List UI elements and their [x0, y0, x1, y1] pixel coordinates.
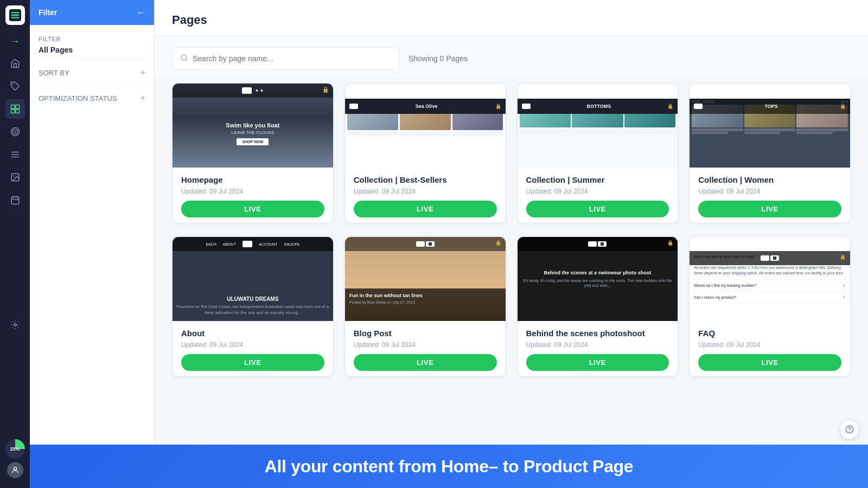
svg-point-23 — [849, 431, 850, 432]
svg-point-18 — [14, 323, 16, 326]
filter-section: FILTER All Pages — [30, 25, 154, 60]
svg-rect-14 — [11, 197, 19, 204]
card-updated-faq: Updated: 09 Jul 2024 — [698, 341, 841, 349]
search-input[interactable] — [193, 54, 392, 63]
page-title: Pages — [172, 13, 207, 27]
card-thumbnail-about: EACH ABOUT ACCOUNT SALE/FE ULUWATU DREAM… — [173, 237, 333, 321]
sort-by-label: SORT BY — [39, 69, 69, 77]
card-updated-bestsellers: Updated: 09 Jul 2024 — [354, 188, 497, 195]
svg-rect-4 — [11, 110, 15, 113]
card-name-faq: FAQ — [698, 329, 841, 338]
live-button-photoshoot[interactable]: LIVE — [526, 354, 669, 371]
svg-point-19 — [14, 467, 16, 470]
card-info-photoshoot: Behind the scenes photoshoot Updated: 09… — [518, 321, 678, 376]
optimization-section[interactable]: OPTIMIZATION STATUS + — [30, 85, 154, 111]
page-header: Pages — [155, 0, 868, 36]
pages-grid-row2: EACH ABOUT ACCOUNT SALE/FE ULUWATU DREAM… — [155, 236, 868, 431]
showing-count: Showing 0 Pages — [409, 54, 468, 63]
sort-expand-icon[interactable]: + — [141, 68, 145, 78]
page-card-women[interactable]: TOPS 🔒 — [689, 83, 851, 223]
card-name-summer: Collection | Summer — [526, 175, 669, 184]
card-updated-women: Updated: 09 Jul 2024 — [698, 188, 841, 195]
optimization-label: OPTIMIZATION STATUS — [39, 94, 117, 102]
filter-section-value: All Pages — [39, 46, 145, 54]
app-logo[interactable] — [5, 5, 25, 25]
promo-banner: All your content from Home– to Product P… — [30, 445, 868, 488]
card-thumbnail-women: TOPS 🔒 — [690, 84, 850, 168]
svg-rect-5 — [15, 110, 19, 113]
back-arrow-icon[interactable]: ← — [137, 8, 145, 17]
svg-point-13 — [13, 175, 14, 176]
nav-arrow-icon[interactable]: → — [7, 33, 23, 50]
left-navigation: → 25% — [0, 0, 30, 488]
nav-tags-icon[interactable] — [5, 76, 25, 96]
card-name-photoshoot: Behind the scenes photoshoot — [526, 329, 669, 338]
page-card-faq[interactable]: 🔒 How long will my items take to ship? ∨… — [689, 236, 851, 377]
live-button-blog[interactable]: LIVE — [354, 354, 497, 371]
nav-settings-icon[interactable] — [5, 315, 25, 335]
filter-section-label: FILTER — [39, 36, 145, 42]
card-info-homepage: Homepage Updated: 09 Jul 2024 LIVE — [173, 168, 333, 223]
svg-point-8 — [14, 131, 16, 133]
card-info-blog: Blog Post Updated: 09 Jul 2024 LIVE — [345, 321, 506, 376]
card-info-about: About Updated: 09 Jul 2024 LIVE — [173, 321, 333, 376]
svg-rect-3 — [15, 105, 19, 109]
card-thumbnail-faq: 🔒 How long will my items take to ship? ∨… — [690, 237, 850, 321]
page-card-photoshoot[interactable]: 🔒 Behind the scenes at a swimwear photo … — [517, 236, 679, 377]
sort-by-section[interactable]: SORT BY + — [30, 60, 154, 85]
svg-rect-2 — [11, 105, 15, 109]
nav-targeting-icon[interactable] — [5, 122, 25, 142]
svg-line-21 — [186, 59, 187, 61]
search-icon — [180, 54, 188, 63]
filter-label: Filter — [39, 8, 57, 17]
svg-point-20 — [181, 55, 187, 60]
card-updated-summer: Updated: 09 Jul 2024 — [526, 188, 669, 195]
card-thumbnail-blog: 🔒 Fun in the sun without tan lines Poste… — [345, 237, 506, 321]
card-updated-about: Updated: 09 Jul 2024 — [181, 341, 324, 349]
lock-icon: 🔒 — [322, 87, 329, 93]
search-bar-row: Showing 0 Pages — [155, 36, 868, 79]
nav-calendar-icon[interactable] — [5, 190, 25, 210]
live-button-summer[interactable]: LIVE — [526, 201, 669, 217]
nav-pages-icon[interactable] — [5, 99, 25, 119]
optimization-expand-icon[interactable]: + — [141, 93, 145, 103]
live-button-bestsellers[interactable]: LIVE — [354, 201, 497, 217]
card-name-bestsellers: Collection | Best-Sellers — [354, 175, 497, 184]
filter-header[interactable]: Filter ← — [30, 0, 154, 25]
page-card-about[interactable]: EACH ABOUT ACCOUNT SALE/FE ULUWATU DREAM… — [172, 236, 334, 377]
svg-point-1 — [12, 84, 14, 85]
page-card-summer[interactable]: BOTTOMS 🔒 — [517, 83, 679, 223]
user-avatar[interactable] — [7, 462, 23, 478]
progress-indicator[interactable]: 25% — [5, 439, 25, 459]
card-info-women: Collection | Women Updated: 09 Jul 2024 … — [690, 168, 850, 223]
live-button-about[interactable]: LIVE — [181, 354, 324, 371]
page-card-bestsellers[interactable]: Sea Olive 🔒 — [344, 83, 506, 223]
nav-image-icon[interactable] — [5, 168, 25, 187]
live-button-women[interactable]: LIVE — [698, 201, 841, 217]
card-info-summer: Collection | Summer Updated: 09 Jul 2024… — [518, 168, 678, 223]
card-thumbnail-summer: BOTTOMS 🔒 — [518, 84, 678, 168]
nav-list-icon[interactable] — [5, 145, 25, 164]
banner-text: All your content from Home– to Product P… — [265, 457, 634, 477]
card-name-homepage: Homepage — [181, 175, 324, 184]
page-card-blog[interactable]: 🔒 Fun in the sun without tan lines Poste… — [344, 236, 506, 377]
card-name-blog: Blog Post — [354, 329, 497, 338]
card-thumbnail-bestsellers: Sea Olive 🔒 — [345, 84, 506, 168]
card-info-bestsellers: Collection | Best-Sellers Updated: 09 Ju… — [345, 168, 506, 223]
live-button-homepage[interactable]: LIVE — [181, 201, 324, 217]
help-button[interactable] — [840, 420, 859, 439]
card-thumbnail-homepage: ✦ ✦ 🔒 Swim like you float LEAVE THE CLOU… — [173, 84, 333, 168]
pages-grid: ✦ ✦ 🔒 Swim like you float LEAVE THE CLOU… — [155, 79, 868, 236]
main-content: Pages Showing 0 Pages ✦ ✦ 🔒 — [155, 0, 868, 488]
search-box[interactable] — [172, 47, 400, 70]
card-updated-photoshoot: Updated: 09 Jul 2024 — [526, 341, 669, 349]
card-name-women: Collection | Women — [698, 175, 841, 184]
live-button-faq[interactable]: LIVE — [698, 354, 841, 371]
page-card-homepage[interactable]: ✦ ✦ 🔒 Swim like you float LEAVE THE CLOU… — [172, 83, 334, 223]
card-updated-homepage: Updated: 09 Jul 2024 — [181, 188, 324, 195]
card-info-faq: FAQ Updated: 09 Jul 2024 LIVE — [690, 321, 850, 376]
card-thumbnail-photoshoot: 🔒 Behind the scenes at a swimwear photo … — [518, 237, 678, 321]
homepage-hero-text: Swim like you float — [226, 122, 279, 129]
card-updated-blog: Updated: 09 Jul 2024 — [354, 341, 497, 349]
nav-home-icon[interactable] — [5, 54, 25, 73]
